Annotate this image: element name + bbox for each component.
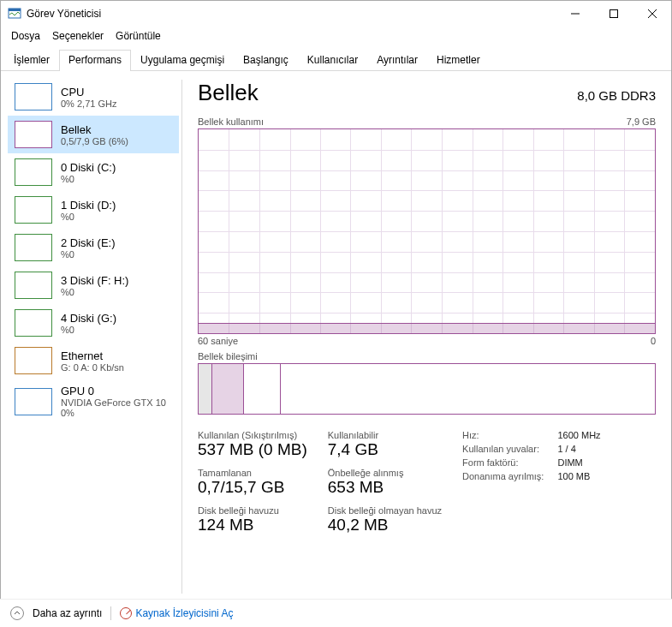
minimize-button[interactable] bbox=[556, 1, 594, 27]
tab-strip: İşlemler Performans Uygulama geçmişi Baş… bbox=[1, 49, 671, 71]
sidebar-item-memory[interactable]: Bellek 0,5/7,9 GB (6%) bbox=[8, 116, 179, 153]
sidebar-item-sub: 0,5/7,9 GB (6%) bbox=[61, 136, 128, 146]
prop-slots-val: 1 / 4 bbox=[557, 444, 600, 454]
main-panel: Bellek 8,0 GB DDR3 Bellek kullanımı 7,9 … bbox=[182, 71, 671, 602]
stat-avail-label: Kullanılabilir bbox=[328, 430, 442, 440]
memory-spec: 8,0 GB DDR3 bbox=[577, 88, 656, 103]
usage-chart-label: Bellek kullanımı bbox=[198, 116, 264, 127]
disk-thumb bbox=[15, 272, 52, 299]
stat-cached-value: 653 MB bbox=[328, 478, 442, 497]
stat-nonpaged-value: 40,2 MB bbox=[328, 516, 442, 534]
sidebar-item-sub: %0 bbox=[61, 212, 116, 222]
stat-commit-label: Tamamlanan bbox=[198, 468, 307, 478]
sidebar-item-sub2: 0% bbox=[61, 408, 166, 418]
disk-thumb bbox=[15, 196, 52, 224]
memory-properties: Hız: 1600 MHz Kullanılan yuvalar: 1 / 4 … bbox=[462, 430, 601, 534]
svg-rect-1 bbox=[9, 9, 21, 11]
sidebar-item-sub: %0 bbox=[61, 325, 116, 335]
disk-thumb bbox=[15, 309, 52, 337]
tab-startup[interactable]: Başlangıç bbox=[234, 50, 298, 71]
chevron-up-icon[interactable] bbox=[10, 606, 24, 620]
disk-thumb bbox=[15, 158, 52, 186]
prop-speed-key: Hız: bbox=[462, 430, 544, 440]
prop-hw-val: 100 MB bbox=[557, 471, 600, 481]
app-icon bbox=[8, 7, 21, 21]
sidebar-item-gpu0[interactable]: GPU 0 NVIDIA GeForce GTX 10 0% bbox=[8, 379, 179, 423]
maximize-button[interactable] bbox=[594, 1, 633, 27]
sidebar: CPU 0% 2,71 GHz Bellek 0,5/7,9 GB (6%) 0… bbox=[1, 71, 182, 602]
svg-rect-3 bbox=[610, 10, 617, 18]
prop-slots-key: Kullanılan yuvalar: bbox=[462, 444, 544, 454]
menu-options[interactable]: Seçenekler bbox=[47, 28, 109, 44]
usage-chart-max: 7,9 GB bbox=[627, 116, 656, 127]
sidebar-item-sub: %0 bbox=[61, 287, 128, 297]
titlebar: Görev Yöneticisi bbox=[1, 1, 671, 27]
sidebar-item-cpu[interactable]: CPU 0% 2,71 GHz bbox=[8, 78, 179, 116]
tab-users[interactable]: Kullanıcılar bbox=[298, 50, 367, 71]
separator bbox=[110, 606, 111, 620]
stat-avail-value: 7,4 GB bbox=[328, 440, 442, 459]
sidebar-item-label: Bellek bbox=[61, 123, 128, 136]
menu-file[interactable]: Dosya bbox=[6, 28, 45, 44]
menu-view[interactable]: Görüntüle bbox=[110, 28, 166, 44]
sidebar-item-disk0[interactable]: 0 Diski (C:) %0 bbox=[8, 153, 179, 191]
prop-form-key: Form faktörü: bbox=[462, 457, 544, 468]
tab-performance[interactable]: Performans bbox=[59, 50, 131, 71]
stat-paged-value: 124 MB bbox=[198, 516, 307, 534]
memory-usage-chart bbox=[198, 128, 656, 334]
stat-paged-label: Disk belleği havuzu bbox=[198, 505, 307, 516]
cpu-thumb bbox=[15, 83, 52, 110]
stat-nonpaged-label: Disk belleği olmayan havuz bbox=[328, 505, 442, 516]
sidebar-item-label: 0 Diski (C:) bbox=[61, 161, 116, 174]
sidebar-item-label: 2 Diski (E:) bbox=[61, 236, 116, 249]
sidebar-item-ethernet[interactable]: Ethernet G: 0 A: 0 Kb/sn bbox=[8, 342, 179, 379]
tab-services[interactable]: Hizmetler bbox=[427, 50, 490, 71]
window-title: Görev Yöneticisi bbox=[27, 8, 556, 20]
gpu-thumb bbox=[15, 388, 52, 415]
prop-hw-key: Donanıma ayrılmış: bbox=[462, 471, 544, 481]
sidebar-item-sub: G: 0 A: 0 Kb/sn bbox=[61, 362, 124, 373]
ethernet-thumb bbox=[15, 347, 52, 374]
disk-thumb bbox=[15, 234, 52, 261]
sidebar-item-label: 3 Diski (F: H:) bbox=[61, 274, 128, 287]
tab-app-history[interactable]: Uygulama geçmişi bbox=[131, 50, 234, 71]
close-button[interactable] bbox=[633, 1, 671, 27]
sidebar-item-label: 4 Diski (G:) bbox=[61, 312, 116, 325]
composition-chart-label: Bellek bileşimi bbox=[198, 351, 258, 361]
prop-speed-val: 1600 MHz bbox=[557, 430, 600, 440]
page-title: Bellek bbox=[198, 80, 259, 106]
memory-thumb bbox=[15, 121, 52, 148]
memory-composition-chart bbox=[198, 363, 656, 415]
memory-stats: Kullanılan (Sıkıştırılmış) 537 MB (0 MB)… bbox=[198, 430, 656, 534]
content: CPU 0% 2,71 GHz Bellek 0,5/7,9 GB (6%) 0… bbox=[1, 71, 671, 602]
sidebar-item-disk4[interactable]: 4 Diski (G:) %0 bbox=[8, 304, 179, 342]
sidebar-item-sub: %0 bbox=[61, 174, 116, 184]
sidebar-item-label: GPU 0 bbox=[61, 385, 166, 397]
sidebar-item-disk3[interactable]: 3 Diski (F: H:) %0 bbox=[8, 266, 179, 304]
sidebar-item-label: Ethernet bbox=[61, 349, 124, 362]
fewer-details-link[interactable]: Daha az ayrıntı bbox=[33, 607, 102, 619]
resource-monitor-icon bbox=[120, 607, 132, 619]
sidebar-item-label: 1 Diski (D:) bbox=[61, 199, 116, 212]
resource-monitor-label: Kaynak İzleyicisini Aç bbox=[135, 607, 233, 619]
prop-form-val: DIMM bbox=[557, 457, 600, 468]
footer: Daha az ayrıntı Kaynak İzleyicisini Aç bbox=[0, 599, 672, 627]
stat-used-label: Kullanılan (Sıkıştırılmış) bbox=[198, 430, 307, 440]
sidebar-item-sub: NVIDIA GeForce GTX 10 bbox=[61, 397, 166, 408]
tab-details[interactable]: Ayrıntılar bbox=[367, 50, 427, 71]
menubar: Dosya Seçenekler Görüntüle bbox=[1, 27, 671, 45]
stat-commit-value: 0,7/15,7 GB bbox=[198, 478, 307, 497]
x-axis-left: 60 saniye bbox=[198, 336, 238, 346]
sidebar-item-sub: %0 bbox=[61, 249, 116, 260]
tab-processes[interactable]: İşlemler bbox=[4, 50, 59, 71]
stat-cached-label: Önbelleğe alınmış bbox=[328, 468, 442, 478]
stat-used-value: 537 MB (0 MB) bbox=[198, 440, 307, 459]
open-resource-monitor-link[interactable]: Kaynak İzleyicisini Aç bbox=[120, 607, 233, 619]
sidebar-item-label: CPU bbox=[61, 86, 116, 99]
sidebar-item-sub: 0% 2,71 GHz bbox=[61, 99, 116, 109]
sidebar-item-disk1[interactable]: 1 Diski (D:) %0 bbox=[8, 191, 179, 229]
sidebar-item-disk2[interactable]: 2 Diski (E:) %0 bbox=[8, 229, 179, 266]
x-axis-right: 0 bbox=[651, 336, 656, 346]
